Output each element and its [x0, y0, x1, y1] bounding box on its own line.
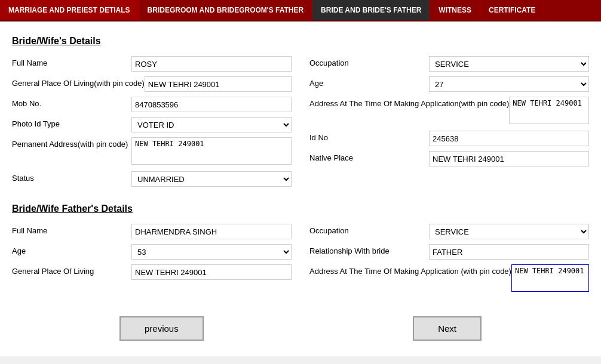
father-age-row: Age 53 40414243 44454647 48495051 525455 — [12, 244, 292, 260]
father-generalplace-input[interactable] — [131, 264, 292, 280]
father-fullname-control — [131, 224, 292, 239]
father-generalplace-label: General Place Of Living — [12, 264, 131, 276]
father-relationship-row: Relationship With bride — [309, 244, 589, 260]
bride-generalplace-row: General Place Of Living(with pin code) — [12, 76, 292, 92]
bride-occupation-row: Occupation SERVICE BUSINESS AGRICULTURE … — [309, 56, 589, 72]
tab-certificate[interactable]: CERTIFICATE — [480, 0, 544, 20]
bride-nativeplace-row: Native Place — [309, 151, 589, 166]
bride-section: Bride/Wife's Details Full Name General P… — [12, 36, 589, 192]
bride-fullname-label: Full Name — [12, 56, 131, 67]
father-fullname-label: Full Name — [12, 224, 131, 235]
button-row: previous Next — [12, 310, 589, 347]
bride-occupation-select[interactable]: SERVICE BUSINESS AGRICULTURE HOUSEWIFE O… — [429, 56, 589, 72]
father-generalplace-control — [131, 264, 292, 280]
father-fullname-row: Full Name — [12, 224, 292, 239]
bride-generalplace-input[interactable] — [145, 76, 292, 92]
bride-fullname-input[interactable] — [131, 56, 292, 72]
bride-idno-label: Id No — [309, 131, 429, 142]
bride-occupation-control: SERVICE BUSINESS AGRICULTURE HOUSEWIFE O… — [429, 56, 589, 72]
bride-photoid-label: Photo Id Type — [12, 117, 131, 128]
bride-permanentaddr-row: Pemanent Address(with pin code) NEW TEHR… — [12, 137, 292, 166]
bride-addresstime-label: Address At The Time Of Making Applicatio… — [309, 97, 509, 108]
bride-idno-row: Id No — [309, 131, 589, 146]
tab-bride[interactable]: BRIDE AND BRIDE'S FATHER — [312, 0, 430, 20]
bride-permanentaddr-control: NEW TEHRI 249001 — [131, 137, 292, 166]
father-fullname-input[interactable] — [131, 224, 292, 239]
bride-occupation-label: Occupation — [309, 56, 429, 67]
previous-button[interactable]: previous — [119, 316, 204, 341]
bride-mob-control — [131, 97, 292, 112]
bride-fullname-row: Full Name — [12, 56, 292, 72]
bride-age-label: Age — [309, 76, 429, 88]
next-button[interactable]: Next — [413, 316, 482, 341]
bride-fullname-control — [131, 56, 292, 72]
bride-mob-label: Mob No. — [12, 97, 131, 108]
father-occupation-select[interactable]: SERVICE BUSINESS AGRICULTURE HOUSEWIFE O… — [429, 224, 589, 239]
bride-addresstime-control: NEW TEHRI 249001 — [509, 97, 589, 126]
father-generalplace-row: General Place Of Living — [12, 264, 292, 280]
bride-mob-input[interactable] — [131, 97, 292, 112]
bride-age-row: Age 27 18192021 22232425 26282930 — [309, 76, 589, 92]
bride-right-col: Occupation SERVICE BUSINESS AGRICULTURE … — [309, 56, 589, 192]
bride-left-col: Full Name General Place Of Living(with p… — [12, 56, 292, 192]
bride-mob-row: Mob No. — [12, 97, 292, 112]
father-addresstime-control: NEW TEHRI 249001 — [511, 264, 589, 294]
father-addresstime-row: Address At The Time Of Making Applicatio… — [309, 264, 589, 294]
father-relationship-control — [429, 244, 589, 260]
father-occupation-label: Occupation — [309, 224, 429, 235]
bride-idno-input[interactable] — [429, 131, 589, 146]
father-occupation-control: SERVICE BUSINESS AGRICULTURE HOUSEWIFE O… — [429, 224, 589, 239]
father-addresstime-textarea[interactable]: NEW TEHRI 249001 — [511, 264, 589, 292]
bride-nativeplace-input[interactable] — [429, 151, 589, 166]
father-age-select[interactable]: 53 40414243 44454647 48495051 525455 — [131, 244, 292, 260]
father-left-col: Full Name Age 53 40414243 44454647 48495… — [12, 224, 292, 298]
father-relationship-label: Relationship With bride — [309, 244, 429, 255]
bride-permanentaddr-label: Pemanent Address(with pin code) — [12, 137, 131, 149]
bride-age-control: 27 18192021 22232425 26282930 — [429, 76, 589, 92]
bride-section-title: Bride/Wife's Details — [12, 36, 589, 47]
bride-status-control: UNMARRIED MARRIED DIVORCED WIDOWED — [131, 171, 292, 187]
father-addresstime-label: Address At The Time Of Making Applicatio… — [309, 264, 511, 276]
father-right-col: Occupation SERVICE BUSINESS AGRICULTURE … — [309, 224, 589, 298]
bride-generalplace-label: General Place Of Living(with pin code) — [12, 76, 145, 88]
bride-idno-control — [429, 131, 589, 146]
nav-bar: MARRIAGE AND PREIEST DETIALS BRIDEGROOM … — [0, 0, 601, 21]
bride-permanentaddr-textarea[interactable]: NEW TEHRI 249001 — [131, 137, 292, 165]
bride-nativeplace-label: Native Place — [309, 151, 429, 162]
bride-photoid-select[interactable]: VOTER ID AADHAR PASSPORT PAN CARD — [131, 117, 292, 132]
father-section-title: Bride/Wife Father's Details — [12, 203, 589, 214]
bride-generalplace-control — [145, 76, 292, 92]
bride-status-select[interactable]: UNMARRIED MARRIED DIVORCED WIDOWED — [131, 171, 292, 187]
tab-witness[interactable]: WITNESS — [430, 0, 480, 20]
father-age-label: Age — [12, 244, 131, 255]
bride-nativeplace-control — [429, 151, 589, 166]
bride-addresstime-row: Address At The Time Of Making Applicatio… — [309, 97, 589, 126]
tab-bridegroom[interactable]: BRIDEGROOM AND BRIDEGROOM'S FATHER — [139, 0, 313, 20]
bride-photoid-row: Photo Id Type VOTER ID AADHAR PASSPORT P… — [12, 117, 292, 132]
main-content: Bride/Wife's Details Full Name General P… — [0, 21, 601, 356]
father-age-control: 53 40414243 44454647 48495051 525455 — [131, 244, 292, 260]
tab-marriage[interactable]: MARRIAGE AND PREIEST DETIALS — [0, 0, 139, 20]
bride-status-label: Status — [12, 171, 131, 183]
father-relationship-input[interactable] — [429, 244, 589, 260]
bride-age-select[interactable]: 27 18192021 22232425 26282930 — [429, 76, 589, 92]
bride-addresstime-textarea[interactable]: NEW TEHRI 249001 — [509, 97, 589, 124]
bride-photoid-control: VOTER ID AADHAR PASSPORT PAN CARD — [131, 117, 292, 132]
bride-status-row: Status UNMARRIED MARRIED DIVORCED WIDOWE… — [12, 171, 292, 187]
father-section: Bride/Wife Father's Details Full Name Ag… — [12, 203, 589, 298]
father-occupation-row: Occupation SERVICE BUSINESS AGRICULTURE … — [309, 224, 589, 239]
